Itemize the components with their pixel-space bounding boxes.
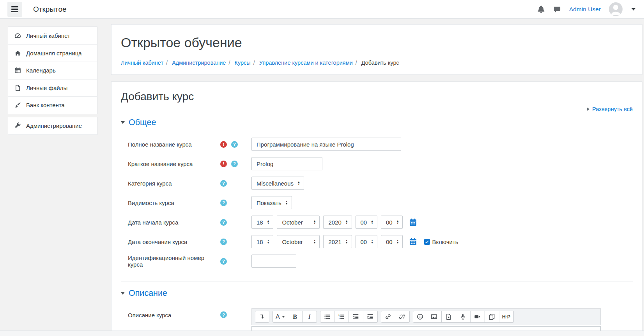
breadcrumb-link-administration[interactable]: Администрирование — [172, 60, 226, 66]
indent-button[interactable] — [363, 311, 378, 323]
help-icon[interactable]: ? — [220, 258, 227, 265]
startdate-year-select[interactable]: 2020▲▼ — [323, 216, 352, 229]
enddate-day-select[interactable]: 18▲▼ — [251, 235, 273, 248]
required-icon: ! — [220, 161, 227, 167]
calendar-picker-icon[interactable] — [409, 218, 417, 226]
section-description-title: Описание — [129, 288, 167, 298]
bold-button[interactable]: B — [288, 311, 303, 323]
help-icon[interactable]: ? — [231, 141, 238, 148]
select-arrows-icon: ▲▼ — [345, 239, 348, 244]
sidebar-item-calendar[interactable]: Календарь — [8, 62, 97, 79]
help-icon[interactable]: ? — [220, 239, 227, 245]
category-select[interactable]: Miscellaneous ▲▼ — [251, 177, 304, 190]
messages-chat-icon[interactable] — [553, 5, 561, 13]
visibility-select[interactable]: Показать ▲▼ — [251, 196, 292, 209]
enable-enddate-checkbox[interactable]: Включить — [424, 239, 458, 245]
sidebar-item-administration[interactable]: Администрирование — [8, 117, 97, 135]
nav-drawer-admin-group: Администрирование — [8, 117, 97, 135]
unlink-button[interactable] — [395, 311, 410, 323]
italic-button[interactable]: I — [303, 311, 317, 323]
unordered-list-button[interactable] — [320, 311, 334, 323]
manage-files-button[interactable] — [485, 311, 499, 323]
startdate-day-select[interactable]: 18▲▼ — [251, 216, 273, 229]
calendar-picker-icon[interactable] — [409, 238, 417, 246]
menu-toggle-button[interactable] — [7, 2, 22, 17]
collapse-toolbar-button[interactable] — [255, 311, 269, 323]
sidebar-item-label: Администрирование — [26, 122, 82, 129]
form-row-shortname: Краткое название курса ! ? — [128, 157, 633, 170]
enddate-minute-select[interactable]: 00▲▼ — [381, 235, 403, 248]
enable-enddate-label: Включить — [432, 239, 458, 245]
notifications-bell-icon[interactable] — [537, 5, 545, 13]
sidebar-item-label: Банк контента — [26, 102, 65, 108]
paintbrush-icon — [14, 102, 21, 108]
startdate-hour-select[interactable]: 00▲▼ — [356, 216, 377, 229]
form-row-startdate: Дата начала курса ? 18▲▼ October▲▼ 2020▲… — [128, 216, 633, 229]
sidebar-item-label: Личный кабинет — [26, 32, 70, 39]
sidebar-item-home[interactable]: Домашняя страница — [8, 44, 97, 62]
enddate-hour-select[interactable]: 00▲▼ — [356, 235, 377, 248]
form-row-fullname: Полное название курса ! ? — [128, 138, 633, 151]
person-icon — [609, 2, 623, 16]
select-arrows-icon: ▲▼ — [371, 220, 373, 225]
sidebar-item-dashboard[interactable]: Личный кабинет — [8, 27, 97, 44]
startdate-month-select[interactable]: October▲▼ — [277, 216, 320, 229]
nav-drawer: Личный кабинет Домашняя страница Календа… — [0, 19, 105, 336]
form-row-enddate: Дата окончания курса ? 18▲▼ October▲▼ 20… — [128, 235, 633, 248]
insert-image-button[interactable] — [427, 311, 442, 323]
avatar[interactable] — [609, 2, 623, 16]
form-title: Добавить курс — [121, 90, 633, 103]
help-icon[interactable]: ? — [220, 219, 227, 226]
caret-down-icon — [121, 292, 125, 295]
help-icon[interactable]: ? — [220, 180, 227, 187]
idnumber-input[interactable] — [251, 255, 296, 268]
record-audio-button[interactable] — [456, 311, 471, 323]
form-row-idnumber: Идентификационный номер курса ? — [128, 255, 633, 268]
breadcrumb-link-manage-courses[interactable]: Управление курсами и категориями — [259, 60, 353, 66]
page-header-card: Открытое обучение Личный кабинет/ Админи… — [111, 24, 642, 75]
insert-link-button[interactable] — [381, 311, 395, 323]
font-styles-button[interactable]: A — [272, 311, 288, 323]
select-arrows-icon: ▲▼ — [313, 239, 316, 244]
breadcrumb: Личный кабинет/ Администрирование/ Курсы… — [121, 60, 633, 66]
top-navbar: Открытое Admin User — [0, 0, 644, 19]
enddate-year-select[interactable]: 2021▲▼ — [323, 235, 352, 248]
media-file-icon — [445, 313, 452, 320]
startdate-minute-select[interactable]: 00▲▼ — [381, 216, 403, 229]
insert-media-button[interactable] — [442, 311, 456, 323]
breadcrumb-link-dashboard[interactable]: Личный кабинет — [121, 60, 163, 66]
section-general-toggle[interactable]: Общее — [121, 118, 633, 127]
microphone-icon — [460, 313, 466, 320]
ordered-list-button[interactable]: 123 — [334, 311, 349, 323]
sidebar-item-content-bank[interactable]: Банк контента — [8, 96, 97, 114]
image-icon — [431, 313, 437, 320]
expand-all-link[interactable]: Развернуть всё — [592, 106, 633, 112]
sidebar-item-private-files[interactable]: Личные файлы — [8, 79, 97, 97]
wrench-icon — [14, 122, 21, 129]
record-video-button[interactable] — [471, 311, 485, 323]
outdent-button[interactable] — [349, 311, 363, 323]
emoticon-button[interactable] — [413, 311, 427, 323]
svg-text:3: 3 — [338, 317, 340, 320]
expand-all-row: Развернуть всё — [121, 106, 633, 112]
section-general-title: Общее — [129, 118, 156, 127]
user-menu-link[interactable]: Admin User — [569, 6, 601, 13]
editor-toolbar: A B I 123 — [251, 308, 601, 325]
help-icon[interactable]: ? — [220, 311, 227, 318]
video-camera-icon — [474, 313, 481, 320]
enddate-month-select[interactable]: October▲▼ — [277, 235, 320, 248]
help-icon[interactable]: ? — [220, 200, 227, 206]
calendar-icon — [14, 67, 21, 74]
help-icon[interactable]: ? — [231, 161, 238, 167]
select-arrows-icon: ▲▼ — [267, 220, 270, 225]
level-down-arrow-icon — [259, 313, 265, 320]
shortname-input[interactable] — [251, 157, 322, 170]
h5p-button[interactable]: H-P — [499, 311, 514, 323]
section-description-toggle[interactable]: Описание — [121, 288, 633, 298]
fullname-input[interactable] — [251, 138, 401, 151]
user-menu-caret-icon[interactable] — [632, 8, 635, 11]
site-brand[interactable]: Открытое — [33, 5, 67, 14]
breadcrumb-link-courses[interactable]: Курсы — [235, 60, 251, 66]
outdent-icon — [352, 313, 359, 320]
bottom-page-band — [0, 331, 644, 336]
